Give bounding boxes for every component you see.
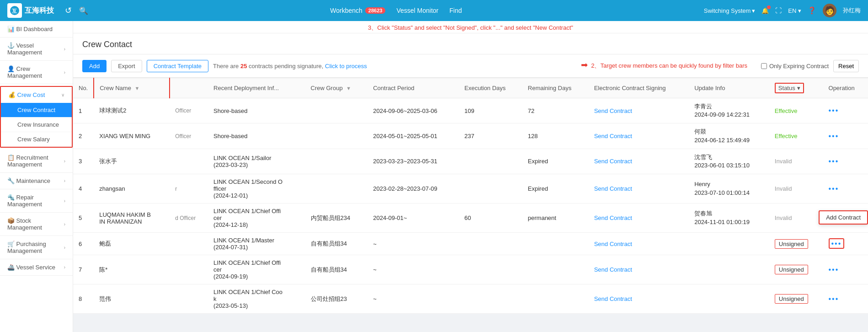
sidebar-item-stock-management[interactable]: 📦 Stock Management › [0,213,73,236]
cell-execution-days [459,255,522,284]
cell-send-contract[interactable]: Send Contract [589,98,689,123]
notification-bell-icon[interactable]: 🔔 [761,7,769,14]
search-button[interactable]: 🔍 [79,6,88,15]
col-header-status[interactable]: Status ▾ [769,78,823,98]
workbench-nav[interactable]: Workbench 28623 [330,7,385,14]
fullscreen-icon[interactable]: ⛶ [775,7,782,14]
sidebar-item-crew-management[interactable]: 👤 Crew Management › [0,61,73,84]
cell-operation[interactable]: ••• [823,98,868,123]
sidebar: 📊 BI Dashboard ⚓ Vessel Management › 👤 C… [0,21,73,332]
cell-operation[interactable]: ••• [823,149,868,174]
filter-icon-group[interactable]: ▼ [346,86,351,91]
status-badge: Effective [775,133,798,139]
more-options-button[interactable]: ••• [829,157,839,165]
cell-send-contract[interactable]: Send Contract [589,203,689,233]
cell-send-contract[interactable]: Send Contract [589,255,689,284]
send-contract-link[interactable]: Send Contract [594,266,632,273]
cell-crew-name: 陈* [94,255,170,284]
contract-template-button[interactable]: Contract Template [147,60,208,72]
cell-contract-period: 2024-09-01~ [367,203,459,233]
filter-icon[interactable]: ▼ [134,86,139,91]
cell-crew-name: LUQMAN HAKIM BIN RAMANIZAN [94,203,170,233]
status-filter-box[interactable]: Status ▾ [775,83,804,93]
cell-operation[interactable]: ••• [823,123,868,149]
only-expiring-checkbox[interactable] [761,63,767,69]
sidebar-label: Crew Insurance [17,121,59,128]
send-contract-link[interactable]: Send Contract [594,241,632,247]
cell-crew-group: 公司灶招组23 [305,284,368,314]
col-header-crew-group[interactable]: Crew Group ▼ [305,78,368,98]
col-header-crew-name[interactable]: Crew Name ▼ [94,78,170,98]
cell-crew-group [305,174,368,203]
status-badge: Unsigned [775,239,808,249]
cell-position [170,255,208,284]
add-button[interactable]: Add [82,60,107,72]
cell-crew-name: XIANG WEN MING [94,123,170,149]
send-contract-link[interactable]: Send Contract [594,133,632,139]
export-button[interactable]: Export [111,60,142,72]
cell-send-contract[interactable]: Send Contract [589,123,689,149]
send-contract-link[interactable]: Send Contract [594,185,632,192]
more-options-button[interactable]: ••• [829,132,839,140]
back-nav[interactable]: ↺ [65,5,72,16]
sidebar-item-vessel-management[interactable]: ⚓ Vessel Management › [0,37,73,61]
cell-update-info [689,284,769,314]
send-contract-link[interactable]: Send Contract [594,295,632,302]
sidebar-item-bi-dashboard[interactable]: 📊 BI Dashboard [0,21,73,37]
send-contract-link[interactable]: Send Contract [594,158,632,165]
more-options-button[interactable]: ••• [829,107,839,114]
reset-button[interactable]: Reset [833,60,859,72]
cell-deployment: LINK OCEAN 1/Master(2024-07-31) [208,233,305,255]
more-options-button[interactable]: ••• [829,295,839,303]
more-options-button[interactable]: ••• [829,266,839,273]
cell-operation[interactable]: ••• [823,174,868,203]
language-selector[interactable]: EN ▾ [788,7,801,14]
col-header-position [170,78,208,98]
cell-operation[interactable]: ••• [823,255,868,284]
cell-status: Effective [769,98,823,123]
more-options-button[interactable]: ••• [829,185,839,193]
sidebar-label: Crew Contract [17,107,55,113]
sidebar-item-recruitment[interactable]: 📋 Recruitment Management › [0,150,73,173]
toolbar: Add Export Contract Template There are 2… [73,54,868,78]
cell-crew-group [305,98,368,123]
cell-status: Unsigned [769,233,823,255]
cell-operation[interactable]: ••• [823,284,868,314]
status-badge: Invalid [775,158,792,165]
cell-send-contract[interactable]: Send Contract [589,149,689,174]
cell-update-info: 贺春旭2024-11-01 01:00:19 [689,203,769,233]
help-icon[interactable]: ❓ [808,6,816,15]
cell-execution-days: 109 [459,98,522,123]
cell-remaining-days [522,284,589,314]
vessel-monitor-nav[interactable]: Vessel Monitor [396,7,438,14]
sidebar-item-crew-contract[interactable]: Crew Contract [1,103,72,118]
send-contract-link[interactable]: Send Contract [594,107,632,114]
cell-crew-group: 内贸船员组234 [305,203,368,233]
sidebar-item-crew-insurance[interactable]: Crew Insurance [1,118,72,132]
switching-system-button[interactable]: Switching System ▾ [704,7,756,14]
sidebar-item-crew-salary[interactable]: Crew Salary [1,132,72,147]
sidebar-item-maintenance[interactable]: 🔧 Maintenance › [0,173,73,189]
send-contract-link[interactable]: Send Contract [594,214,632,221]
only-expiring-checkbox-label[interactable]: Only Expiring Contract [761,63,829,70]
sidebar-item-vessel-service[interactable]: 🚢 Vessel Service › [0,259,73,276]
add-contract-popup[interactable]: Add Contract [819,210,868,225]
more-options-button[interactable]: ••• [829,238,845,249]
main-content: 3、Click "Status" and select "Not Signed"… [73,21,868,332]
cell-send-contract[interactable]: Send Contract [589,233,689,255]
cell-execution-days: 237 [459,123,522,149]
table-row: 5 LUQMAN HAKIM BIN RAMANIZAN d Officer L… [73,203,868,233]
click-to-process-link[interactable]: Click to process [325,63,367,70]
cell-update-info [689,233,769,255]
find-nav[interactable]: Find [449,7,462,14]
page-header: Crew Contact [73,33,868,54]
sidebar-item-repair-management[interactable]: 🔩 Repair Management › [0,189,73,213]
sidebar-item-crew-cost[interactable]: 💰 Crew Cost ∨ [1,87,72,103]
cell-send-contract[interactable]: Send Contract [589,174,689,203]
cell-send-contract[interactable]: Send Contract [589,284,689,314]
cell-operation[interactable]: ••• [823,233,868,255]
cell-position: r [170,174,208,203]
col-header-no: No. [73,78,94,98]
cell-position: d Officer [170,203,208,233]
sidebar-item-purchasing[interactable]: 🛒 Purchasing Management › [0,236,73,259]
